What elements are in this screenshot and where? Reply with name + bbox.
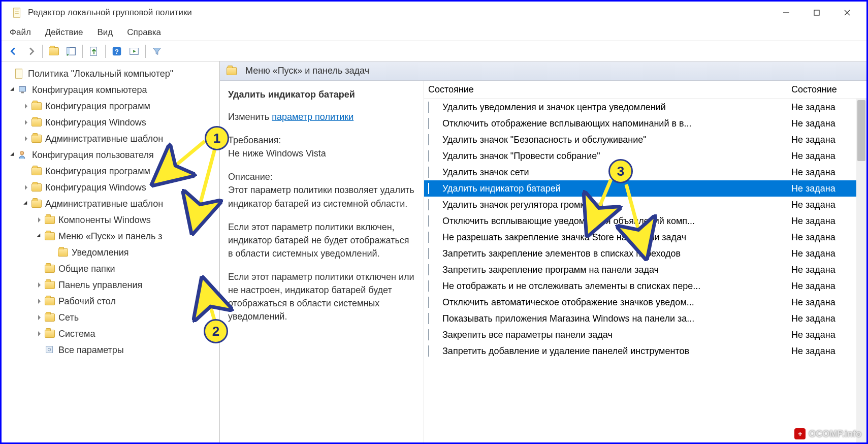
policy-row[interactable]: Удалить значок регулятора громкостиНе за…	[424, 197, 866, 213]
folder-icon	[31, 182, 42, 193]
policy-row[interactable]: Не отображать и не отслеживать элементы …	[424, 278, 866, 294]
description-p1: Этот параметр политики позволяет удалить…	[228, 185, 414, 208]
right-header-title: Меню «Пуск» и панель задач	[245, 66, 369, 76]
policy-row[interactable]: Удалить уведомления и значок центра увед…	[424, 99, 866, 115]
tree-notifications[interactable]: Уведомления	[5, 244, 216, 261]
column-state-header[interactable]: Состояние	[791, 84, 862, 95]
policy-row-name: Не отображать и не отслеживать элементы …	[442, 281, 791, 292]
policy-row[interactable]: Показывать приложения Магазина Windows н…	[424, 310, 866, 327]
menu-help[interactable]: Справка	[127, 27, 161, 38]
folder-icon	[31, 101, 42, 112]
toolbar-back-button[interactable]	[6, 43, 22, 59]
tree-desktop[interactable]: Рабочий стол	[5, 293, 216, 309]
policy-row-state: Не задана	[791, 151, 862, 162]
edit-policy-link[interactable]: параметр политики	[272, 112, 353, 122]
policy-row[interactable]: Удалить значок "Провести собрание"Не зад…	[424, 148, 866, 164]
policy-item-icon	[428, 330, 438, 340]
description-label: Описание:	[228, 172, 273, 182]
policy-row-name: Удалить значок регулятора громкости	[442, 200, 791, 210]
policy-row[interactable]: Отключить автоматическое отображение зна…	[424, 294, 866, 310]
policy-row-name: Удалить уведомления и значок центра увед…	[442, 102, 791, 113]
tree-user-software[interactable]: Конфигурация программ	[5, 163, 216, 179]
vertical-scrollbar[interactable]	[856, 98, 866, 442]
scrollbar-thumb[interactable]	[857, 100, 865, 161]
menu-action[interactable]: Действие	[45, 27, 83, 38]
tree-user-config[interactable]: Конфигурация пользователя	[5, 147, 216, 163]
policy-row-state: Не задана	[791, 216, 862, 227]
tree-panel: Политика "Локальный компьютер" Конфигура…	[2, 61, 220, 442]
tree-control-panel[interactable]: Панель управления	[5, 277, 216, 293]
toolbar-separator	[82, 45, 83, 58]
tree-root[interactable]: Политика "Локальный компьютер"	[5, 66, 216, 82]
tree-network[interactable]: Сеть	[5, 309, 216, 326]
policy-item-icon	[428, 151, 438, 161]
tree-system[interactable]: Система	[5, 326, 216, 342]
edit-label: Изменить	[228, 112, 269, 122]
policy-item-icon	[428, 135, 438, 145]
svg-rect-9	[67, 47, 70, 55]
tree-user-admin-templates[interactable]: Административные шаблон	[5, 196, 216, 212]
policy-row-state: Не задана	[791, 183, 862, 194]
policy-row[interactable]: Запретить добавление и удаление панелей …	[424, 343, 866, 359]
tree-all-settings[interactable]: Все параметры	[5, 342, 216, 358]
tree-computer-admin-templates[interactable]: Административные шаблон	[5, 131, 216, 147]
menu-file[interactable]: Файл	[10, 27, 31, 38]
policy-row-state: Не задана	[791, 167, 862, 178]
policy-row-state: Не задана	[791, 313, 862, 324]
folder-icon	[44, 263, 55, 274]
annotation-callout-2: 2	[204, 319, 228, 343]
folder-icon	[31, 198, 42, 209]
policy-row[interactable]: Удалить значок "Безопасность и обслужива…	[424, 132, 866, 148]
close-button[interactable]	[832, 3, 862, 23]
window-title: Редактор локальной групповой политики	[28, 8, 192, 18]
toolbar-play-button[interactable]	[126, 43, 142, 59]
policy-item-icon	[428, 102, 438, 112]
policy-row-name: Запретить закрепление элементов в списка…	[442, 248, 791, 259]
toolbar-up-button[interactable]	[46, 43, 62, 59]
annotation-callout-3: 3	[608, 159, 633, 183]
toolbar-filter-button[interactable]	[149, 43, 165, 59]
policy-row-name: Закрепить все параметры панели задач	[442, 330, 791, 340]
user-icon	[18, 149, 29, 161]
toolbar-forward-button[interactable]	[23, 43, 39, 59]
policy-row[interactable]: Отключить всплывающие уведомления объявл…	[424, 213, 866, 229]
menu-view[interactable]: Вид	[98, 27, 113, 38]
tree-user-windows[interactable]: Конфигурация Windows	[5, 179, 216, 196]
policy-row-state: Не задана	[791, 200, 862, 210]
tree-start-menu[interactable]: Меню «Пуск» и панель з	[5, 228, 216, 244]
maximize-button[interactable]	[801, 3, 832, 23]
svg-rect-18	[46, 346, 53, 353]
policy-row[interactable]: Не разрешать закрепление значка Store на…	[424, 229, 866, 245]
watermark: + OCOMP.info	[794, 428, 861, 439]
tree-shared-folders[interactable]: Общие папки	[5, 261, 216, 277]
tree-computer-config[interactable]: Конфигурация компьютера	[5, 82, 216, 98]
policy-row[interactable]: Удалить индикатор батарейНе задана	[424, 180, 866, 197]
client-area: Политика "Локальный компьютер" Конфигура…	[2, 61, 866, 442]
policy-row-name: Не разрешать закрепление значка Store на…	[442, 232, 791, 243]
titlebar: Редактор локальной групповой политики	[2, 2, 866, 24]
column-name-header[interactable]: Состояние	[428, 84, 791, 95]
policy-row[interactable]: Удалить значок сетиНе задана	[424, 164, 866, 180]
toolbar-help-button[interactable]: ?	[109, 43, 125, 59]
tree-computer-software[interactable]: Конфигурация программ	[5, 98, 216, 114]
policy-row[interactable]: Отключить отображение всплывающих напоми…	[424, 115, 866, 132]
requirements-text: Не ниже Windows Vista	[228, 148, 326, 158]
toolbar-showtree-button[interactable]	[63, 43, 79, 59]
policy-item-icon	[428, 183, 438, 194]
policy-item-icon	[428, 167, 438, 177]
policy-row-name: Удалить индикатор батарей	[442, 183, 791, 194]
description-p3: Если этот параметр политики отключен или…	[228, 270, 415, 323]
policy-item-icon	[428, 346, 438, 356]
tree-components-windows[interactable]: Компоненты Windows	[5, 212, 216, 228]
tree-computer-windows[interactable]: Конфигурация Windows	[5, 114, 216, 131]
right-panel: Меню «Пуск» и панель задач Удалить индик…	[220, 61, 866, 442]
description-p2: Если этот параметр политики включен, инд…	[228, 220, 415, 260]
policy-row[interactable]: Закрепить все параметры панели задачНе з…	[424, 327, 866, 343]
policy-row[interactable]: Запретить закрепление программ на панели…	[424, 262, 866, 278]
minimize-button[interactable]	[771, 3, 801, 23]
policy-row-name: Запретить добавление и удаление панелей …	[442, 346, 791, 357]
policy-item-icon	[428, 297, 438, 307]
policy-row-name: Запретить закрепление программ на панели…	[442, 265, 791, 275]
toolbar-export-button[interactable]	[86, 43, 102, 59]
policy-row[interactable]: Запретить закрепление элементов в списка…	[424, 245, 866, 262]
